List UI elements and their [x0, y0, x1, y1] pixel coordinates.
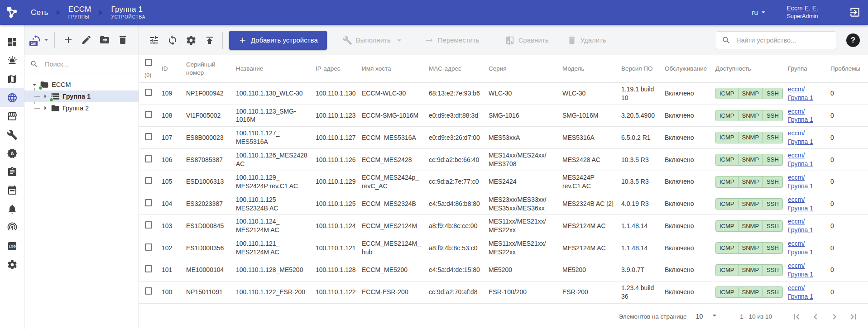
column-header[interactable]: Имя хоста — [362, 55, 429, 82]
map-icon[interactable] — [0, 70, 24, 88]
delete-group-icon[interactable] — [117, 34, 128, 45]
badge-a-icon[interactable]: A — [0, 144, 24, 162]
radar-icon[interactable] — [0, 218, 24, 237]
column-header[interactable]: Проблемы — [830, 55, 868, 82]
execute-button[interactable]: Выполнить — [342, 35, 404, 45]
next-page-icon[interactable] — [829, 311, 840, 322]
table-settings-icon[interactable] — [186, 35, 197, 46]
storefront-icon[interactable] — [0, 107, 24, 125]
row-checkbox[interactable] — [145, 265, 152, 272]
row-checkbox[interactable] — [145, 287, 152, 295]
select-all-checkbox[interactable] — [145, 59, 152, 66]
breadcrumb-eccm[interactable]: ECCM ГРУППЫ — [68, 5, 91, 19]
row-checkbox[interactable] — [145, 133, 152, 140]
column-header[interactable]: ID — [162, 55, 186, 82]
delete-button[interactable]: Удалить — [567, 35, 606, 45]
cell-problems: 0 — [830, 82, 868, 105]
export-upload-icon[interactable] — [204, 35, 215, 46]
settings-icon[interactable] — [0, 255, 24, 274]
cell-mac: cc:9d:a2:70:af:d8 — [429, 281, 489, 303]
chevron-collapsed-icon[interactable] — [41, 92, 50, 101]
cell-problems: 0 — [830, 259, 868, 281]
add-devices-button[interactable]: Добавить устройства — [229, 31, 327, 50]
language-selector[interactable]: ru — [752, 8, 767, 17]
auto-refresh-icon[interactable]: 1m — [31, 34, 42, 45]
help-button[interactable]: ? — [846, 33, 860, 47]
clipboard-icon[interactable] — [0, 162, 24, 181]
column-header[interactable]: Модель — [562, 55, 621, 82]
move-group-icon[interactable] — [99, 34, 110, 45]
last-page-icon[interactable] — [848, 311, 859, 322]
calendar-icon[interactable] — [0, 181, 24, 200]
per-page-select[interactable]: 10 — [695, 311, 720, 322]
column-header[interactable]: Доступность — [715, 55, 788, 82]
row-checkbox[interactable] — [145, 177, 152, 184]
chevron-collapsed-icon[interactable] — [41, 104, 50, 113]
cell-name: 100.110.1.125_ MES2324B AC — [236, 193, 316, 215]
group-link[interactable]: eccm/ Группа 1 — [788, 174, 813, 190]
tree-children: Группа 1 Группа 2 — [24, 91, 139, 114]
alarm-icon[interactable] — [0, 51, 24, 70]
cell-id: 105 — [162, 171, 186, 193]
cell-model: SMG-1016M — [562, 105, 621, 127]
tree-search-input[interactable] — [44, 60, 125, 68]
row-checkbox[interactable] — [145, 89, 152, 96]
group-link[interactable]: eccm/ Группа 1 — [788, 152, 813, 167]
filter-columns-icon[interactable] — [149, 35, 159, 46]
wrench-icon[interactable] — [0, 125, 24, 144]
row-checkbox[interactable] — [145, 111, 152, 118]
column-header[interactable]: Обслуживание — [665, 55, 715, 82]
user-name-link[interactable]: Eccm E. E. — [787, 5, 818, 12]
row-checkbox[interactable] — [145, 243, 152, 251]
cell-group: eccm/ Группа 1 — [788, 127, 830, 149]
column-header[interactable]: Версия ПО — [621, 55, 665, 82]
group-link[interactable]: eccm/ Группа 1 — [788, 218, 813, 234]
group-link[interactable]: eccm/ Группа 1 — [788, 196, 813, 212]
move-button[interactable]: Переместить — [424, 35, 480, 45]
chevron-expanded-icon[interactable] — [30, 80, 39, 89]
first-page-icon[interactable] — [791, 311, 802, 322]
column-header[interactable]: MAC-адрес — [429, 55, 489, 82]
protocol-badge: ICMP — [716, 88, 738, 99]
row-checkbox[interactable] — [145, 221, 152, 229]
group-link[interactable]: eccm/ Группа 1 — [788, 108, 813, 124]
column-header[interactable]: Название — [236, 55, 316, 82]
log-icon[interactable]: LOG — [0, 237, 24, 255]
column-header[interactable]: Группа — [788, 55, 830, 82]
group-link[interactable]: eccm/ Группа 1 — [788, 240, 813, 256]
group-link[interactable]: eccm/ Группа 1 — [788, 86, 813, 101]
bell-icon[interactable] — [0, 200, 24, 218]
device-search-input[interactable] — [735, 36, 826, 44]
logout-icon[interactable] — [849, 6, 861, 18]
cell-id: 104 — [162, 193, 186, 215]
cell-mac: e4:5a:d4:de:15:80 — [429, 259, 489, 281]
tree-node-eccm[interactable]: ECCM — [24, 79, 139, 91]
breadcrumb-network[interactable]: Сеть — [31, 8, 48, 17]
group-link[interactable]: eccm/ Группа 1 — [788, 262, 813, 278]
cell-id: 101 — [162, 259, 186, 281]
eccm-app: Сеть ECCM ГРУППЫ Группа 1 УСТРОЙСТВА ru … — [0, 0, 868, 329]
prev-page-icon[interactable] — [810, 311, 821, 322]
dashboard-icon[interactable] — [0, 33, 24, 51]
cell-availability: ICMPSNMPSSH — [715, 105, 788, 127]
column-header[interactable]: Серия — [489, 55, 562, 82]
cell-series: WLC-30 — [489, 82, 562, 105]
cell-serial: ESD1006313 — [186, 171, 236, 193]
compare-button[interactable]: Сравнить — [505, 35, 549, 45]
refresh-icon[interactable] — [167, 35, 178, 46]
edit-group-icon[interactable] — [81, 34, 92, 45]
tree-node-group1[interactable]: Группа 1 — [24, 91, 139, 102]
tree-node-group2[interactable]: Группа 2 — [24, 102, 139, 114]
protocol-badge: ICMP — [716, 154, 738, 165]
row-checkbox[interactable] — [145, 155, 152, 162]
refresh-interval-dropdown[interactable] — [42, 35, 51, 44]
breadcrumb-group1[interactable]: Группа 1 УСТРОЙСТВА — [111, 5, 145, 19]
group-link[interactable]: eccm/ Группа 1 — [788, 129, 813, 145]
column-header[interactable]: IP-адрес — [316, 55, 362, 82]
globe-icon[interactable] — [0, 88, 24, 107]
group-link[interactable]: eccm/ Группа 1 — [788, 284, 813, 300]
row-checkbox[interactable] — [145, 199, 152, 206]
availability-badges: ICMPSNMPSSH — [715, 176, 783, 188]
add-group-icon[interactable] — [63, 34, 74, 45]
column-header[interactable]: Серийный номер — [186, 55, 236, 82]
